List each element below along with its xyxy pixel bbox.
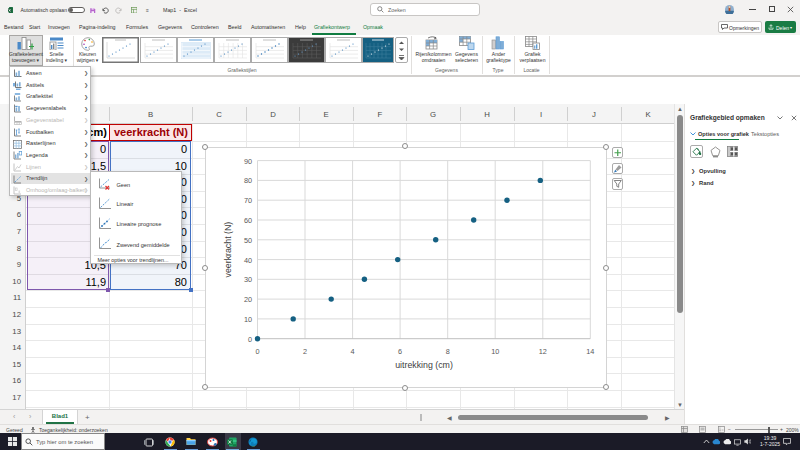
svg-text:veerkracht (N): veerkracht (N): [223, 221, 233, 277]
svg-text:0: 0: [255, 346, 259, 355]
svg-text:12: 12: [538, 346, 546, 355]
svg-text:30: 30: [243, 275, 251, 284]
svg-text:90: 90: [243, 156, 251, 165]
svg-text:50: 50: [243, 235, 251, 244]
svg-text:60: 60: [243, 216, 251, 225]
svg-text:10: 10: [243, 314, 251, 323]
svg-text:6: 6: [398, 346, 402, 355]
svg-text:2: 2: [302, 346, 306, 355]
svg-text:uitrekking (cm): uitrekking (cm): [395, 359, 453, 369]
svg-text:4: 4: [350, 346, 354, 355]
svg-text:0: 0: [247, 334, 251, 343]
svg-text:10: 10: [491, 346, 499, 355]
svg-text:70: 70: [243, 196, 251, 205]
svg-text:80: 80: [243, 176, 251, 185]
svg-text:40: 40: [243, 255, 251, 264]
svg-text:8: 8: [445, 346, 449, 355]
svg-text:20: 20: [243, 295, 251, 304]
svg-text:14: 14: [586, 346, 594, 355]
